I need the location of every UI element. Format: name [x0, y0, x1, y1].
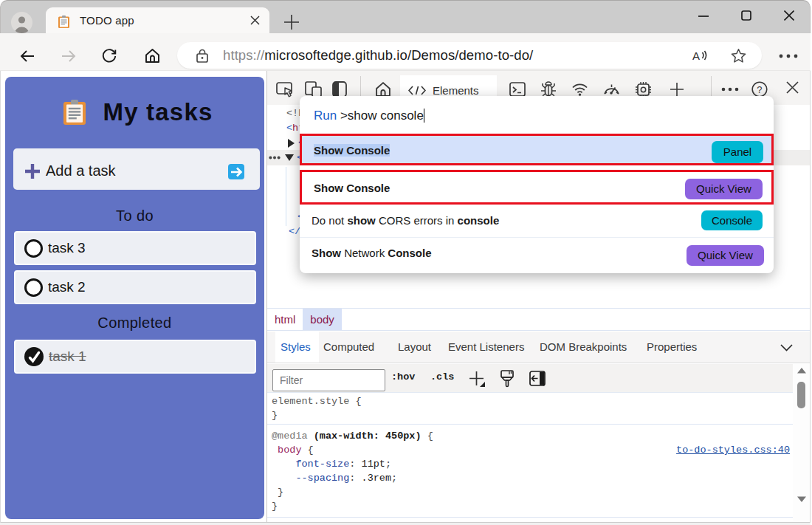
svg-text:A: A — [692, 49, 700, 62]
svg-text:?: ? — [757, 84, 762, 95]
